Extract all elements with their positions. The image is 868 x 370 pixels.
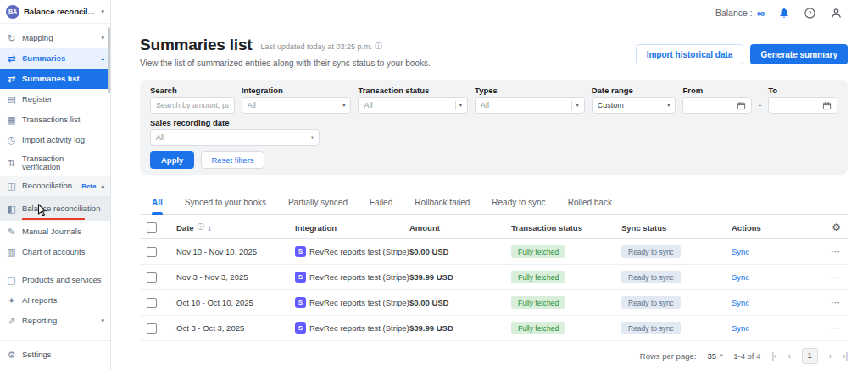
more-actions-icon[interactable]: ⋯: [831, 272, 841, 283]
sidebar-item-balance-reconciliation[interactable]: ◧ Balance reconciliation: [0, 196, 110, 221]
account-person-icon[interactable]: [830, 7, 843, 20]
types-select[interactable]: All ▾: [475, 97, 585, 114]
column-settings-gear-icon[interactable]: ⚙: [832, 221, 841, 233]
topbar: Balance : ∞ ?: [111, 0, 868, 25]
sidebar-item-transactions-list[interactable]: ▦ Transactions list: [0, 109, 110, 130]
transaction-status-badge: Fully fetched: [511, 322, 565, 334]
tab-synced-to-your-books[interactable]: Synced to your books: [185, 190, 266, 214]
column-header-actions: Actions: [732, 223, 761, 233]
current-page-button[interactable]: 1: [802, 348, 818, 364]
table-row[interactable]: Nov 3 - Nov 3, 2025 S RevRec reports tes…: [140, 265, 848, 290]
transaction-status-badge: Fully fetched: [511, 245, 565, 258]
sidebar-item-mapping[interactable]: ↻ Mapping ▾: [0, 28, 110, 48]
pagination-range: 1-4 of 4: [733, 351, 760, 361]
sync-action-link[interactable]: Sync: [732, 323, 749, 333]
account-switcher[interactable]: BA Balance reconcil... ▾: [0, 0, 110, 24]
sidebar-item-label: Balance reconciliation: [22, 205, 104, 213]
date-range-select[interactable]: Custom ▾: [592, 97, 676, 114]
info-icon[interactable]: ⓘ: [375, 41, 382, 52]
column-header-amount: Amount: [409, 223, 511, 233]
chevron-up-icon: ▴: [101, 182, 104, 189]
previous-page-button[interactable]: ‹: [787, 351, 790, 361]
sort-descending-icon[interactable]: ↓: [208, 223, 212, 233]
sync-action-link[interactable]: Sync: [732, 272, 749, 282]
apply-button[interactable]: Apply: [150, 151, 194, 169]
more-actions-icon[interactable]: ⋯: [831, 246, 841, 257]
products-icon: ▢: [6, 276, 17, 285]
tab-rolled-back[interactable]: Rolled back: [568, 190, 612, 214]
to-date-input[interactable]: [768, 97, 837, 114]
select-all-checkbox[interactable]: [147, 222, 157, 233]
table-row[interactable]: Nov 10 - Nov 10, 2025 S RevRec reports t…: [140, 239, 848, 265]
balance-reconciliation-icon: ◧: [6, 205, 17, 214]
sidebar-item-register[interactable]: ▤ Register: [0, 89, 110, 109]
generate-summary-button[interactable]: Generate summary: [750, 44, 848, 64]
sales-recording-date-select[interactable]: All ▾: [150, 129, 320, 146]
import-historical-data-button[interactable]: Import historical data: [636, 44, 744, 64]
tab-failed[interactable]: Failed: [370, 190, 392, 214]
row-checkbox[interactable]: [147, 298, 157, 308]
table-row[interactable]: Oct 10 - Oct 10, 2025 S RevRec reports t…: [140, 290, 848, 316]
last-page-button[interactable]: ›|: [843, 351, 848, 361]
search-label: Search: [150, 86, 235, 95]
sync-action-link[interactable]: Sync: [732, 247, 749, 256]
account-avatar: BA: [6, 5, 19, 19]
row-checkbox[interactable]: [147, 272, 157, 283]
rows-per-page-label: Rows per page:: [640, 351, 697, 361]
sidebar-item-manual-journals[interactable]: ✎ Manual Journals: [0, 221, 110, 242]
reset-filters-button[interactable]: Reset filters: [201, 151, 264, 169]
sidebar-item-label: Settings: [22, 350, 104, 359]
sidebar-item-ai-reports[interactable]: ✦ AI reports: [0, 290, 110, 311]
svg-text:?: ?: [809, 10, 812, 16]
sidebar-item-summaries[interactable]: ⇄ Summaries ▴: [0, 48, 110, 69]
tab-ready-to-sync[interactable]: Ready to sync: [492, 190, 545, 214]
column-header-date[interactable]: Date ⓘ ↓: [176, 222, 295, 233]
rows-per-page-select[interactable]: 35 ▾: [707, 351, 722, 361]
integration-label: Integration: [242, 86, 352, 95]
transaction-status-select[interactable]: All ▾: [358, 97, 468, 114]
sidebar-scrollbar[interactable]: [108, 27, 110, 93]
header-actions: Import historical data Generate summary: [636, 44, 848, 64]
first-page-button[interactable]: |‹: [771, 351, 776, 361]
calendar-icon: [737, 101, 746, 110]
more-actions-icon[interactable]: ⋯: [831, 297, 841, 308]
info-icon[interactable]: ⓘ: [198, 222, 205, 233]
table-header: Date ⓘ ↓ Integration Amount Transaction …: [140, 216, 848, 239]
sidebar-item-summaries-list[interactable]: ⇄ Summaries list: [0, 69, 110, 89]
table-row[interactable]: Oct 3 - Oct 3, 2025 S RevRec reports tes…: [140, 316, 848, 341]
sidebar-item-chart-of-accounts[interactable]: ▥ Chart of accounts: [0, 242, 110, 262]
notifications-bell-icon[interactable]: [778, 7, 790, 19]
chevron-down-icon: ▾: [667, 102, 670, 109]
mapping-icon: ↻: [6, 34, 17, 43]
sidebar-item-transaction-verification[interactable]: ⇅ Transaction verification: [0, 150, 110, 176]
transaction-status-badge: Fully fetched: [511, 296, 565, 309]
search-filter: Search: [150, 86, 235, 114]
tab-partially-synced[interactable]: Partially synced: [288, 190, 348, 214]
next-page-button[interactable]: ›: [829, 351, 832, 361]
transaction-status-value: All: [364, 101, 451, 109]
sidebar-item-reconciliation[interactable]: ◫ Reconciliation Beta ▴: [0, 176, 110, 196]
sidebar-item-products-and-services[interactable]: ▢ Products and services: [0, 270, 110, 290]
sales-recording-date-filter: Sales recording date All ▾: [150, 118, 320, 146]
sidebar-item-import-activity-log[interactable]: ◷ Import activity log: [0, 130, 110, 150]
integration-cell: S RevRec reports test (Stripe): [295, 246, 409, 257]
date-cell: Nov 3 - Nov 3, 2025: [176, 272, 295, 282]
amount-cell: $39.99 USD: [409, 272, 511, 282]
sidebar-item-label: Import activity log: [22, 136, 104, 144]
tab-rollback-failed[interactable]: Rollback failed: [415, 190, 470, 214]
more-actions-icon[interactable]: ⋯: [831, 322, 841, 334]
mouse-cursor-icon: [37, 204, 48, 216]
sync-action-link[interactable]: Sync: [732, 298, 749, 307]
search-input[interactable]: [150, 97, 235, 114]
stripe-icon: S: [295, 246, 306, 257]
stripe-icon: S: [295, 297, 306, 308]
row-checkbox[interactable]: [147, 247, 157, 257]
sidebar-item-reporting[interactable]: ⇗ Reporting ▾: [0, 311, 110, 331]
sidebar-item-settings[interactable]: ⚙ Settings: [0, 345, 110, 365]
tab-all[interactable]: All: [152, 190, 163, 214]
help-icon[interactable]: ?: [804, 7, 816, 20]
integration-select[interactable]: All ▾: [242, 97, 352, 114]
from-date-input[interactable]: [682, 97, 752, 114]
to-date-filter: To: [768, 86, 837, 114]
row-checkbox[interactable]: [147, 323, 157, 334]
